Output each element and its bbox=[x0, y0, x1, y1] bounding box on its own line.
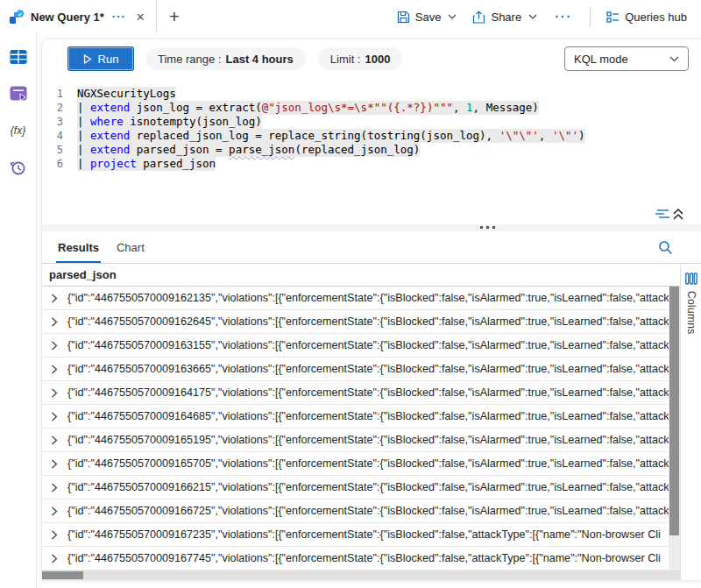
row-json-cell: {"id":"4467550570009167235","violations"… bbox=[67, 528, 675, 541]
results-grid: {"id":"4467550570009162135","violations"… bbox=[42, 287, 680, 570]
function-icon: {fx} bbox=[11, 124, 25, 137]
row-json-cell: {"id":"4467550570009164685","violations"… bbox=[67, 410, 675, 422]
kql-editor[interactable]: 1NGXSecurityLogs2| extend json_log = ext… bbox=[42, 78, 701, 209]
row-json-cell: {"id":"4467550570009164175","violations"… bbox=[67, 386, 675, 399]
table-row[interactable]: {"id":"4467550570009163155","violations"… bbox=[42, 334, 680, 358]
share-label: Share bbox=[491, 11, 521, 24]
tab-close-icon[interactable]: ✕ bbox=[134, 11, 147, 24]
tab-chart[interactable]: Chart bbox=[108, 231, 153, 263]
line-number: 3 bbox=[42, 115, 63, 129]
column-header-row[interactable]: parsed_json bbox=[42, 264, 680, 287]
table-row[interactable]: {"id":"4467550570009163665","violations"… bbox=[42, 358, 680, 381]
limit-value: 1000 bbox=[365, 53, 390, 66]
row-expand-chevron-icon[interactable] bbox=[50, 507, 59, 516]
table-row[interactable]: {"id":"4467550570009166215","violations"… bbox=[42, 476, 680, 499]
panel-splitter[interactable] bbox=[42, 224, 701, 231]
code-text: | extend json_log = extract(@"json_log\s… bbox=[77, 101, 539, 115]
columns-panel-toggle[interactable]: Columns bbox=[680, 264, 701, 580]
double-chevron-up-icon bbox=[674, 209, 683, 219]
row-expand-chevron-icon[interactable] bbox=[50, 554, 59, 563]
header-divider bbox=[590, 7, 591, 26]
adx-query-icon bbox=[9, 9, 25, 25]
save-chevron-down-icon[interactable] bbox=[448, 14, 457, 19]
table-icon bbox=[10, 49, 27, 65]
row-expand-chevron-icon[interactable] bbox=[50, 483, 59, 492]
chart-tab-label: Chart bbox=[117, 241, 145, 254]
tab-more-icon[interactable]: ··· bbox=[110, 12, 128, 21]
code-text: | project parsed_json bbox=[77, 157, 216, 171]
code-line[interactable]: 3| where isnotempty(json_log) bbox=[42, 115, 701, 129]
row-json-cell: {"id":"4467550570009165705","violations"… bbox=[67, 457, 675, 470]
more-actions-icon[interactable]: ··· bbox=[548, 10, 579, 24]
limit-label: Limit : bbox=[330, 53, 361, 66]
collapse-editor-button[interactable] bbox=[655, 207, 683, 221]
vertical-scrollbar-thumb[interactable] bbox=[669, 287, 679, 535]
sidebar-item-functions[interactable]: {fx} bbox=[9, 121, 28, 140]
row-expand-chevron-icon[interactable] bbox=[50, 388, 59, 398]
save-label: Save bbox=[415, 11, 442, 24]
queries-hub-button[interactable]: Queries hub bbox=[601, 7, 692, 27]
row-expand-chevron-icon[interactable] bbox=[50, 436, 59, 445]
queries-hub-label: Queries hub bbox=[625, 11, 687, 24]
tab-results[interactable]: Results bbox=[49, 231, 108, 263]
play-icon bbox=[83, 54, 92, 64]
search-icon[interactable] bbox=[658, 240, 673, 255]
row-expand-chevron-icon[interactable] bbox=[50, 365, 59, 374]
table-row[interactable]: {"id":"4467550570009167235","violations"… bbox=[42, 523, 680, 547]
row-json-cell: {"id":"4467550570009162645","violations"… bbox=[67, 315, 675, 328]
code-text: | where isnotempty(json_log) bbox=[77, 115, 262, 129]
share-button[interactable]: Share bbox=[467, 7, 542, 27]
chevron-down-icon bbox=[669, 56, 679, 62]
code-line[interactable]: 2| extend json_log = extract(@"json_log\… bbox=[42, 101, 701, 115]
text-lines-icon bbox=[655, 209, 669, 218]
code-line[interactable]: 5| extend parsed_json = parse_json(repla… bbox=[42, 143, 701, 157]
limit-pill[interactable]: Limit : 1000 bbox=[318, 47, 403, 70]
share-chevron-down-icon[interactable] bbox=[528, 14, 537, 19]
table-row[interactable]: {"id":"4467550570009162645","violations"… bbox=[42, 310, 680, 334]
table-row[interactable]: {"id":"4467550570009164175","violations"… bbox=[42, 381, 680, 405]
time-range-label: Time range : bbox=[158, 53, 222, 66]
code-line[interactable]: 1NGXSecurityLogs bbox=[42, 87, 701, 101]
run-label: Run bbox=[98, 53, 119, 66]
code-line[interactable]: 4| extend replaced_json_log = replace_st… bbox=[42, 129, 701, 143]
results-tab-bar: Results Chart bbox=[42, 231, 701, 264]
query-workspace-card: Run Time range : Last 4 hours Limit : 10… bbox=[42, 39, 701, 580]
table-row[interactable]: {"id":"4467550570009166725","violations"… bbox=[42, 499, 680, 523]
history-clock-icon bbox=[10, 159, 26, 176]
kql-mode-select[interactable]: KQL mode bbox=[564, 46, 689, 71]
row-json-cell: {"id":"4467550570009163665","violations"… bbox=[67, 363, 675, 375]
row-expand-chevron-icon[interactable] bbox=[50, 412, 59, 422]
query-tab[interactable]: New Query 1* ··· ✕ bbox=[0, 0, 157, 33]
table-row[interactable]: {"id":"4467550570009165195","violations"… bbox=[42, 429, 680, 452]
sidebar-item-data[interactable] bbox=[9, 47, 28, 67]
code-text: | extend parsed_json = parse_json(replac… bbox=[77, 143, 420, 157]
horizontal-scrollbar[interactable] bbox=[42, 570, 680, 580]
table-row[interactable]: {"id":"4467550570009162135","violations"… bbox=[42, 287, 680, 310]
sidebar-item-history[interactable] bbox=[9, 158, 28, 177]
line-number: 6 bbox=[42, 157, 63, 171]
vertical-scrollbar[interactable] bbox=[669, 287, 680, 570]
table-row[interactable]: {"id":"4467550570009164685","violations"… bbox=[42, 405, 680, 429]
row-expand-chevron-icon[interactable] bbox=[50, 530, 59, 540]
row-json-cell: {"id":"4467550570009166215","violations"… bbox=[67, 481, 675, 493]
share-icon bbox=[472, 11, 485, 24]
line-number: 1 bbox=[42, 87, 63, 101]
row-json-cell: {"id":"4467550570009167745","violations"… bbox=[67, 552, 675, 564]
table-row[interactable]: {"id":"4467550570009167745","violations"… bbox=[42, 547, 680, 570]
row-expand-chevron-icon[interactable] bbox=[50, 294, 59, 303]
new-tab-icon[interactable]: + bbox=[169, 8, 180, 25]
column-header-parsed-json: parsed_json bbox=[49, 268, 117, 281]
row-expand-chevron-icon[interactable] bbox=[50, 459, 59, 469]
code-line[interactable]: 6| project parsed_json bbox=[42, 157, 701, 171]
left-sidebar: {fx} bbox=[0, 33, 37, 588]
row-expand-chevron-icon[interactable] bbox=[50, 341, 59, 351]
table-row[interactable]: {"id":"4467550570009165705","violations"… bbox=[42, 452, 680, 476]
sidebar-item-queryset[interactable] bbox=[9, 84, 28, 103]
row-json-cell: {"id":"4467550570009166725","violations"… bbox=[67, 505, 675, 517]
code-text: NGXSecurityLogs bbox=[77, 87, 176, 101]
save-button[interactable]: Save bbox=[392, 7, 463, 27]
time-range-pill[interactable]: Time range : Last 4 hours bbox=[145, 47, 306, 70]
row-expand-chevron-icon[interactable] bbox=[50, 317, 59, 327]
run-button[interactable]: Run bbox=[68, 47, 133, 70]
horizontal-scrollbar-thumb[interactable] bbox=[42, 571, 83, 579]
